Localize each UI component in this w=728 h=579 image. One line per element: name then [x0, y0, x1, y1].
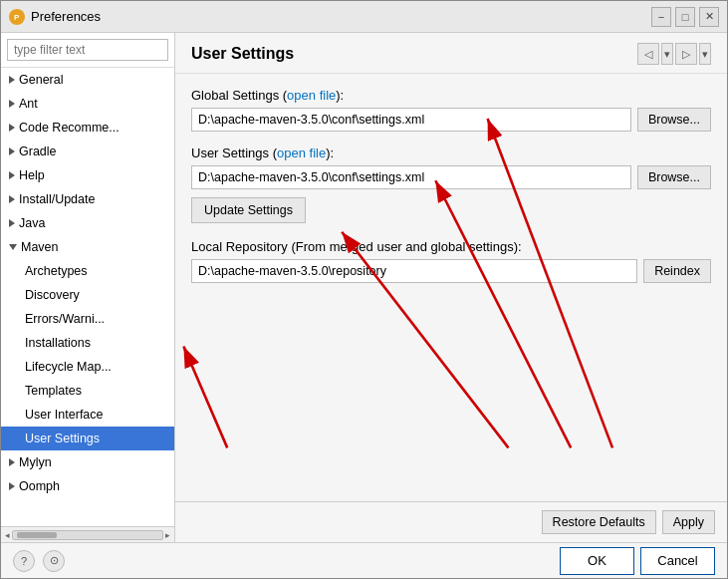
expand-icon: [9, 458, 15, 466]
sidebar-item-mylyn[interactable]: Mylyn: [1, 450, 174, 474]
sidebar-item-label: Ant: [19, 94, 38, 114]
title-bar-left: P Preferences: [9, 9, 101, 25]
sidebar-item-templates[interactable]: Templates: [1, 379, 174, 403]
settings-button[interactable]: ⊙: [43, 550, 65, 572]
sidebar-item-label: Mylyn: [19, 452, 52, 472]
back-button[interactable]: ◁: [637, 43, 659, 65]
sidebar-item-code-recommenders[interactable]: Code Recomme...: [1, 116, 174, 140]
sidebar-item-gradle[interactable]: Gradle: [1, 140, 174, 163]
sidebar-item-oomph[interactable]: Oomph: [1, 474, 174, 498]
sidebar-item-discovery[interactable]: Discovery: [1, 283, 174, 307]
window-bottom-bar: ? ⊙ OK Cancel: [1, 542, 727, 578]
sidebar-item-installations[interactable]: Installations: [1, 331, 174, 355]
expand-icon: [9, 76, 15, 84]
sidebar-item-lifecycle-mapping[interactable]: Lifecycle Map...: [1, 355, 174, 379]
sidebar-item-java[interactable]: Java: [1, 211, 174, 235]
annotation-arrows: [175, 74, 727, 501]
sidebar-item-label: User Interface: [25, 405, 104, 425]
sidebar-item-label: Lifecycle Map...: [25, 357, 112, 377]
sidebar-footer: ◂ ▸: [1, 526, 174, 542]
ok-button[interactable]: OK: [560, 547, 634, 575]
local-repo-label: Local Repository (From merged user and g…: [191, 239, 711, 254]
scrollbar-thumb: [17, 532, 57, 538]
preferences-window: P Preferences − □ ✕ General: [0, 0, 728, 579]
sidebar-item-archetypes[interactable]: Archetypes: [1, 259, 174, 283]
sidebar-item-install-update[interactable]: Install/Update: [1, 187, 174, 211]
bottom-right-actions: OK Cancel: [560, 547, 715, 575]
panel-title: User Settings: [191, 45, 294, 63]
expand-icon: [9, 219, 15, 227]
sidebar-item-user-settings[interactable]: User Settings: [1, 427, 174, 450]
search-box: [1, 33, 174, 68]
sidebar-item-label: Java: [19, 213, 45, 233]
sidebar-item-label: Discovery: [25, 285, 80, 305]
global-open-file-link[interactable]: open file: [287, 88, 336, 103]
minimize-button[interactable]: −: [651, 7, 671, 27]
panel-header: User Settings ◁ ▾ ▷ ▾: [175, 33, 727, 74]
sidebar-item-label: Installations: [25, 333, 91, 353]
cancel-button[interactable]: Cancel: [640, 547, 715, 575]
forward-button[interactable]: ▷: [675, 43, 697, 65]
sidebar-item-label: Oomph: [19, 476, 60, 496]
global-settings-section: Global Settings (open file): Browse...: [191, 88, 711, 132]
right-panel: User Settings ◁ ▾ ▷ ▾: [175, 33, 727, 542]
window-title: Preferences: [31, 9, 101, 24]
bottom-left-actions: ? ⊙: [13, 550, 65, 572]
sidebar-item-label: User Settings: [25, 429, 100, 448]
reindex-button[interactable]: Reindex: [643, 259, 711, 283]
expand-icon: [9, 147, 15, 155]
expand-icon: [9, 482, 15, 490]
panel-toolbar: ◁ ▾ ▷ ▾: [637, 43, 711, 65]
scroll-right-icon[interactable]: ▸: [165, 530, 170, 540]
sidebar-item-maven[interactable]: Maven: [1, 235, 174, 259]
restore-defaults-button[interactable]: Restore Defaults: [542, 510, 656, 534]
sidebar-item-label: General: [19, 70, 63, 90]
sidebar-item-user-interface[interactable]: User Interface: [1, 403, 174, 427]
sidebar-item-label: Gradle: [19, 142, 57, 161]
sidebar-item-ant[interactable]: Ant: [1, 92, 174, 116]
local-repo-section: Local Repository (From merged user and g…: [191, 239, 711, 283]
sidebar-item-label: Archetypes: [25, 261, 88, 281]
main-content: General Ant Code Recomme... Gradle: [1, 33, 727, 542]
sidebar-item-label: Install/Update: [19, 189, 95, 209]
maximize-button[interactable]: □: [675, 7, 695, 27]
expand-icon: [9, 195, 15, 203]
panel-bottom-bar: Restore Defaults Apply: [175, 501, 727, 542]
title-buttons: − □ ✕: [651, 7, 719, 27]
expand-icon: [9, 244, 17, 250]
search-input[interactable]: [7, 39, 168, 61]
local-repo-input[interactable]: [191, 259, 637, 283]
sidebar-item-help[interactable]: Help: [1, 163, 174, 187]
browse-global-button[interactable]: Browse...: [637, 108, 711, 132]
help-button[interactable]: ?: [13, 550, 35, 572]
title-bar: P Preferences − □ ✕: [1, 1, 727, 33]
update-settings-button[interactable]: Update Settings: [191, 197, 306, 223]
sidebar-item-label: Templates: [25, 381, 82, 401]
tree: General Ant Code Recomme... Gradle: [1, 68, 174, 526]
sidebar-item-label: Maven: [21, 237, 59, 257]
back-dropdown[interactable]: ▾: [661, 43, 673, 65]
expand-icon: [9, 171, 15, 179]
global-settings-input-row: Browse...: [191, 108, 711, 132]
forward-dropdown[interactable]: ▾: [699, 43, 711, 65]
app-icon: P: [9, 9, 25, 25]
sidebar-item-errors-warnings[interactable]: Errors/Warni...: [1, 307, 174, 331]
global-settings-input[interactable]: [191, 108, 631, 132]
sidebar-item-general[interactable]: General: [1, 68, 174, 92]
svg-text:P: P: [14, 13, 20, 22]
sidebar: General Ant Code Recomme... Gradle: [1, 33, 175, 542]
expand-icon: [9, 100, 15, 108]
user-settings-input[interactable]: [191, 165, 631, 189]
horizontal-scrollbar[interactable]: [12, 530, 163, 540]
browse-user-button[interactable]: Browse...: [637, 165, 711, 189]
panel-body: Global Settings (open file): Browse... U…: [175, 74, 727, 501]
global-settings-label: Global Settings (open file):: [191, 88, 711, 103]
sidebar-item-label: Errors/Warni...: [25, 309, 105, 329]
close-button[interactable]: ✕: [699, 7, 719, 27]
apply-button[interactable]: Apply: [662, 510, 715, 534]
scroll-left-icon[interactable]: ◂: [5, 530, 10, 540]
user-open-file-link[interactable]: open file: [277, 145, 326, 160]
sidebar-item-label: Code Recomme...: [19, 118, 120, 138]
user-settings-section: User Settings (open file): Browse... Upd…: [191, 145, 711, 223]
user-settings-input-row: Browse...: [191, 165, 711, 189]
